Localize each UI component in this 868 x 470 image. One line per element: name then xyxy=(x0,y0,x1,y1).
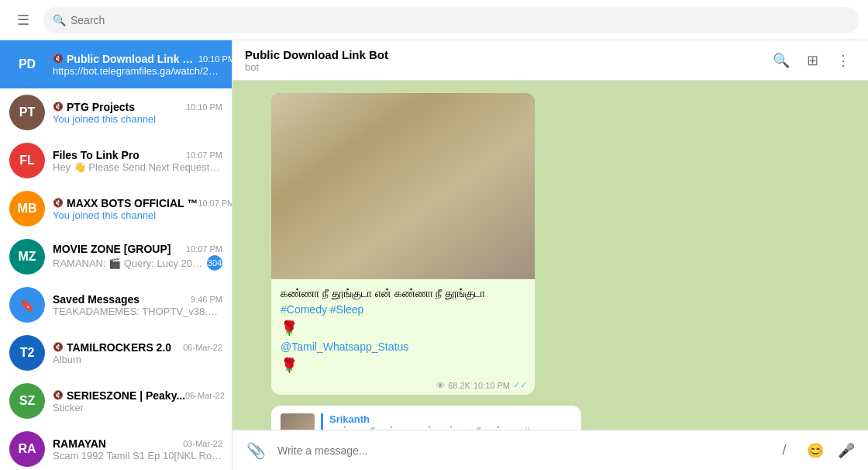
search-icon: 🔍 xyxy=(53,14,66,26)
quote-thumb xyxy=(281,413,315,430)
chat-time: 06-Mar-22 xyxy=(185,391,225,400)
chat-name: Saved Messages xyxy=(53,293,140,306)
chat-preview: Album xyxy=(53,354,81,365)
chat-item[interactable]: 🔖Saved Messages9:46 PMTEAKADAMEMES: THOP… xyxy=(0,281,232,329)
chat-name: PTG Projects xyxy=(67,101,135,113)
avatar: 🔖 xyxy=(9,287,45,323)
chat-name: MAXX BOTS OFFICIAL ™ xyxy=(67,197,198,209)
chat-header-name: Public Download Link Bot xyxy=(245,48,761,61)
header-actions: 🔍 ⊞ ⋮ xyxy=(769,48,856,73)
mute-icon: 🔇 xyxy=(53,342,64,352)
avatar: MB xyxy=(9,191,45,226)
chat-item[interactable]: SZ🔇SERIESZONE | Peaky...06-Mar-22Sticker xyxy=(0,377,232,425)
chat-time: 06-Mar-22 xyxy=(183,343,222,352)
unread-badge: 304 xyxy=(207,255,222,271)
search-box[interactable]: 🔍 xyxy=(43,7,859,33)
chat-name: Files To Link Pro xyxy=(53,149,140,161)
attach-button[interactable]: 📎 xyxy=(242,437,270,465)
caption-tags: #Comedy #Sleep xyxy=(281,303,363,316)
chat-time: 10:07 PM xyxy=(186,244,222,254)
caption-line1: கண்ணா நீ தூங்குடா என் கண்ணா நீ தூங்குடா xyxy=(281,287,485,299)
chat-item[interactable]: FLFiles To Link Pro10:07 PMHey 👋 Please … xyxy=(0,137,232,185)
media-thumbnail xyxy=(271,93,535,279)
chat-preview: TEAKADAMEMES: THOPTV_v38.0.apk xyxy=(53,306,222,317)
chat-name: RAMAYAN xyxy=(53,437,106,450)
avatar: PT xyxy=(9,95,45,130)
chat-time: 9:46 PM xyxy=(191,295,222,304)
quote-message-1-row: S Srikanth கண்ணா நீ தூங்குடா என் கண்ணா ந… xyxy=(245,406,581,430)
avatar: MZ xyxy=(9,239,45,275)
chat-item[interactable]: PD🔇Public Download Link Bot10:10 PMhttps… xyxy=(0,40,232,88)
chat-item[interactable]: T2🔇TAMILROCKERS 2.006-Mar-22Album xyxy=(0,329,232,377)
chat-time: 10:07 PM xyxy=(198,199,232,208)
quote-text-1: கண்ணா நீ தூங்குடா என் கண்ணா நீ தூங்குடா … xyxy=(329,425,572,430)
check-icon: ✓✓ xyxy=(513,380,527,390)
chat-item[interactable]: RARAMAYAN03-Mar-22Scam 1992 Tamil S1 Ep … xyxy=(0,425,232,470)
avatar: FL xyxy=(9,143,45,178)
chat-preview: https://bot.telegramfiles.ga/watch/22525… xyxy=(53,65,222,77)
avatar: RA xyxy=(9,431,45,467)
avatar: SZ xyxy=(9,383,45,419)
mute-icon: 🔇 xyxy=(53,102,64,112)
media-meta: 👁 68.2K 10:10 PM ✓✓ xyxy=(436,380,527,390)
chat-preview: Hey 👋 Please Send Next Request after (..… xyxy=(53,161,222,173)
chat-item[interactable]: MB🔇MAXX BOTS OFFICIAL ™10:07 PMYou joine… xyxy=(0,185,232,233)
chat-item[interactable]: PT🔇PTG Projects10:10 PMYou joined this c… xyxy=(0,88,232,137)
media-bubble: கண்ணா நீ தூங்குடா என் கண்ணா நீ தூங்குடா … xyxy=(271,93,535,395)
avatar: T2 xyxy=(9,335,45,371)
chat-time: 10:10 PM xyxy=(186,102,222,112)
chat-name: MOVIE ZONE [GROUP] xyxy=(53,243,170,255)
chat-list: PD🔇Public Download Link Bot10:10 PMhttps… xyxy=(0,40,232,470)
search-header-button[interactable]: 🔍 xyxy=(769,48,794,73)
mute-icon: 🔇 xyxy=(53,54,64,64)
chat-preview: RAMANAN: 🎬 Query: Lucy 2014 l... xyxy=(53,257,207,269)
main-layout: PD🔇Public Download Link Bot10:10 PMhttps… xyxy=(0,40,868,470)
more-button[interactable]: ⋮ xyxy=(831,48,856,73)
chat-header-sub: bot xyxy=(245,61,761,73)
chat-header-info: Public Download Link Bot bot xyxy=(245,48,761,73)
quote-author-1: Srikanth xyxy=(329,413,572,425)
commands-button[interactable]: / xyxy=(772,438,797,463)
chat-time: 03-Mar-22 xyxy=(183,439,222,448)
chat-name: TAMILROCKERS 2.0 xyxy=(67,341,171,354)
sidebar: PD🔇Public Download Link Bot10:10 PMhttps… xyxy=(0,40,232,470)
input-right-actions: / 😊 🎤 xyxy=(772,438,859,463)
media-caption: கண்ணா நீ தூங்குடா என் கண்ணா நீ தூங்குடா … xyxy=(271,279,535,395)
chat-preview: You joined this channel xyxy=(53,209,156,221)
mic-button[interactable]: 🎤 xyxy=(834,438,859,463)
caption-text: கண்ணா நீ தூங்குடா என் கண்ணா நீ தூங்குடா … xyxy=(281,285,525,376)
input-bar: 📎 / 😊 🎤 xyxy=(232,430,868,470)
quote-bubble-1: Srikanth கண்ணா நீ தூங்குடா என் கண்ணா நீ … xyxy=(271,406,581,430)
messages-area: கண்ணா நீ தூங்குடா என் கண்ணா நீ தூங்குடா … xyxy=(232,81,868,430)
chat-preview: You joined this channel xyxy=(53,113,156,125)
chat-name: Public Download Link Bot xyxy=(67,53,198,65)
layout-button[interactable]: ⊞ xyxy=(800,48,825,73)
search-input[interactable] xyxy=(71,14,849,26)
chat-panel: Public Download Link Bot bot 🔍 ⊞ ⋮ xyxy=(232,40,868,470)
quote-preview: Srikanth கண்ணா நீ தூங்குடா என் கண்ணா நீ … xyxy=(281,413,572,430)
chat-time: 10:10 PM xyxy=(198,54,232,64)
chat-time: 10:07 PM xyxy=(186,150,222,160)
views-icon: 👁 xyxy=(436,381,445,390)
media-views: 68.2K xyxy=(448,381,470,390)
chat-name: SERIESZONE | Peaky... xyxy=(67,389,185,402)
top-bar: ☰ 🔍 xyxy=(0,0,868,40)
chat-preview: Scam 1992 Tamil S1 Ep 10[NKL Rockers... xyxy=(53,450,222,461)
media-message-row: கண்ணா நீ தூங்குடா என் கண்ணா நீ தூங்குடா … xyxy=(245,93,535,395)
caption-handle[interactable]: @Tamil_Whatsapp_Status xyxy=(281,340,408,353)
chat-item[interactable]: MZMOVIE ZONE [GROUP]10:07 PMRAMANAN: 🎬 Q… xyxy=(0,233,232,281)
media-time: 10:10 PM xyxy=(474,381,510,390)
mute-icon: 🔇 xyxy=(53,198,64,208)
mute-icon: 🔇 xyxy=(53,390,64,400)
avatar: PD xyxy=(9,47,45,82)
chat-header: Public Download Link Bot bot 🔍 ⊞ ⋮ xyxy=(232,40,868,81)
chat-preview: Sticker xyxy=(53,402,84,413)
message-input[interactable] xyxy=(277,437,764,465)
emoji-button[interactable]: 😊 xyxy=(803,438,828,463)
quote-inner: Srikanth கண்ணா நீ தூங்குடா என் கண்ணா நீ … xyxy=(321,413,572,430)
menu-icon[interactable]: ☰ xyxy=(9,6,37,34)
